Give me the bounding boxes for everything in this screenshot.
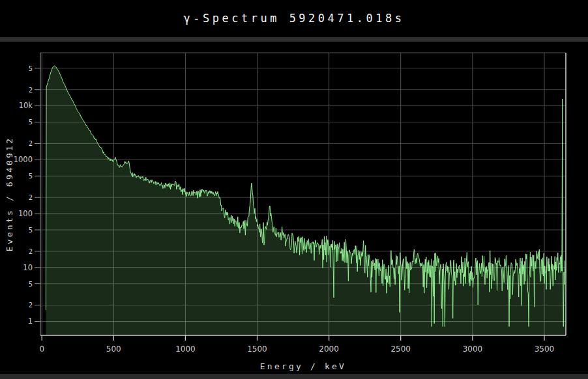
- y-tick-label: 2: [29, 140, 33, 147]
- y-tick-label: 5: [29, 227, 33, 234]
- y-tick-label: 5: [29, 173, 33, 180]
- app-window: γ-Spectrum 5920471.018s 0500100015002000…: [0, 0, 588, 379]
- y-tick-label: 2: [29, 302, 33, 309]
- y-tick-label: 100: [18, 209, 33, 218]
- y-tick-label: 5: [29, 65, 33, 72]
- y-axis-label: Events / 6940912: [5, 137, 14, 251]
- y-tick-label: 10k: [19, 101, 33, 110]
- x-tick-label: 0: [39, 344, 44, 354]
- y-tick-label: 5: [29, 119, 33, 126]
- y-tick-label: 1000: [14, 155, 33, 164]
- spectrum-plot: 0500100015002000250030003500125102510025…: [0, 0, 588, 379]
- x-axis-label: Energy / keV: [40, 361, 566, 371]
- x-tick-label: 500: [106, 344, 121, 354]
- y-tick-label: 10: [23, 263, 33, 272]
- x-tick-label: 1500: [247, 344, 267, 354]
- x-tick-label: 3500: [535, 344, 555, 354]
- spectrum-fill: [46, 66, 565, 335]
- y-tick-label: 1: [28, 316, 33, 326]
- x-tick-label: 1000: [175, 344, 196, 354]
- y-tick-label: 2: [29, 248, 33, 255]
- x-tick-label: 2500: [390, 344, 411, 354]
- y-tick-label: 5: [29, 281, 33, 288]
- y-tick-label: 2: [29, 194, 33, 201]
- y-tick-label: 2: [29, 87, 33, 94]
- x-tick-label: 2000: [319, 344, 339, 354]
- x-tick-label: 3000: [463, 344, 483, 354]
